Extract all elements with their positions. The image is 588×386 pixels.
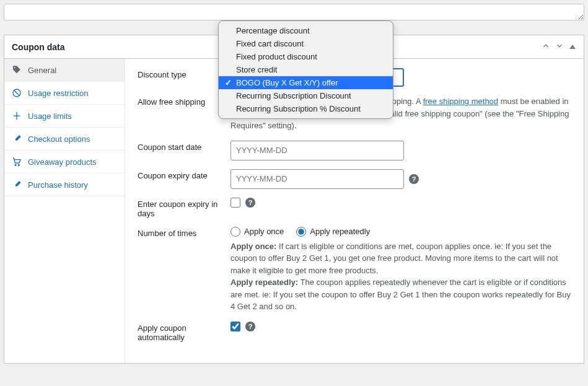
apply-repeatedly-radio[interactable]: [296, 227, 306, 237]
toggle-panel-icon[interactable]: [569, 42, 576, 52]
dropdown-option[interactable]: Recurring Subscription Discount: [219, 89, 393, 102]
tab-general[interactable]: General: [4, 59, 125, 81]
dropdown-option[interactable]: Fixed cart discount: [219, 37, 393, 50]
description-textarea[interactable]: [4, 4, 584, 20]
dropdown-option[interactable]: Store credit: [219, 63, 393, 76]
svg-line-2: [14, 90, 19, 95]
tag-icon: [12, 65, 22, 75]
move-down-icon[interactable]: [555, 42, 564, 52]
expiry-date-label: Coupon expiry date: [138, 169, 230, 180]
apply-repeatedly-radio-label[interactable]: Apply repeatedly: [296, 227, 370, 237]
expiry-days-label: Enter coupon expiry in days: [138, 198, 230, 218]
block-icon: [12, 88, 22, 98]
start-date-input[interactable]: [230, 141, 404, 160]
tab-checkout-options[interactable]: Checkout options: [4, 128, 125, 150]
discount-type-label: Discount type: [138, 68, 230, 79]
wrench-icon: [12, 134, 22, 144]
help-icon[interactable]: ?: [409, 174, 419, 184]
tab-purchase-history[interactable]: Purchase history: [4, 173, 125, 196]
sidebar-tabs: General Usage restriction Usage limits: [4, 59, 125, 363]
svg-marker-0: [569, 45, 576, 49]
tab-label: Purchase history: [28, 180, 88, 190]
dropdown-option[interactable]: Percentage discount: [219, 24, 393, 37]
tab-label: General: [28, 66, 56, 75]
help-icon[interactable]: ?: [245, 322, 255, 331]
expiry-days-checkbox[interactable]: [230, 198, 240, 208]
sliders-icon: [12, 111, 22, 121]
tab-usage-limits[interactable]: Usage limits: [4, 105, 125, 127]
tab-label: Usage restriction: [28, 89, 89, 98]
start-date-label: Coupon start date: [138, 141, 230, 152]
svg-point-5: [15, 164, 16, 165]
tab-giveaway-products[interactable]: Giveaway products: [4, 151, 125, 173]
apply-once-radio[interactable]: [230, 227, 240, 237]
apply-auto-label: Apply coupon automatically: [138, 322, 230, 342]
dropdown-option[interactable]: BOGO (Buy X Get X/Y) offer: [219, 76, 393, 89]
number-times-desc: Apply once: If cart is eligible or condi…: [230, 240, 571, 313]
svg-point-6: [18, 164, 19, 165]
panel-title: Coupon data: [12, 42, 65, 52]
apply-auto-checkbox[interactable]: [230, 322, 240, 331]
move-up-icon[interactable]: [542, 42, 550, 52]
expiry-date-input[interactable]: [230, 169, 404, 189]
wrench-icon: [12, 180, 22, 190]
discount-type-dropdown: Percentage discountFixed cart discountFi…: [218, 20, 393, 119]
cart-icon: [12, 157, 22, 167]
tab-usage-restriction[interactable]: Usage restriction: [4, 82, 125, 104]
tab-label: Checkout options: [28, 134, 90, 144]
dropdown-option[interactable]: Recurring Subscription % Discount: [219, 102, 393, 115]
help-icon[interactable]: ?: [245, 198, 255, 208]
dropdown-option[interactable]: Fixed product discount: [219, 50, 393, 63]
tab-label: Giveaway products: [28, 157, 97, 167]
free-shipping-link[interactable]: free shipping method: [423, 97, 498, 106]
number-times-label: Number of times: [138, 227, 230, 238]
tab-label: Usage limits: [28, 112, 72, 121]
apply-once-radio-label[interactable]: Apply once: [230, 227, 284, 237]
free-shipping-label: Allow free shipping: [138, 95, 230, 107]
